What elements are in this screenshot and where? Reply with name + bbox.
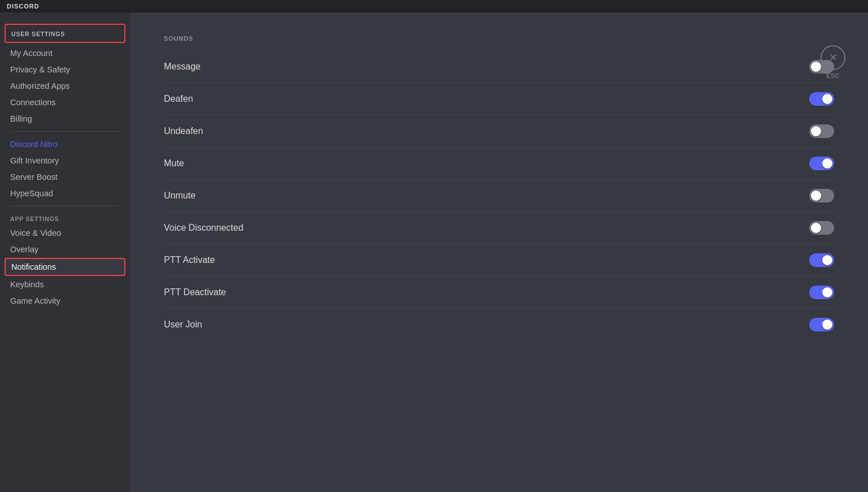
sidebar-divider-1 <box>10 131 120 132</box>
sound-label-ptt-deactivate: PTT Deactivate <box>164 287 226 297</box>
sidebar-item-authorized-apps[interactable]: Authorized Apps <box>5 78 125 94</box>
sound-label-mute: Mute <box>164 158 184 169</box>
sound-row-message: Message <box>164 51 834 83</box>
sound-row-undeafen: Undeafen <box>164 115 834 148</box>
sound-label-user-join: User Join <box>164 320 202 330</box>
sidebar-item-game-activity[interactable]: Game Activity <box>5 293 125 309</box>
sounds-section-header: SOUNDS <box>164 35 834 42</box>
sidebar-item-voice-video[interactable]: Voice & Video <box>5 225 125 241</box>
toggle-knob-message <box>811 62 821 72</box>
content-area: ✕ ESC SOUNDS MessageDeafenUndeafenMuteUn… <box>130 12 868 492</box>
sound-row-unmute: Unmute <box>164 180 834 212</box>
sound-row-voice-disconnected: Voice Disconnected <box>164 212 834 244</box>
sound-row-ptt-deactivate: PTT Deactivate <box>164 277 834 309</box>
toggle-ptt-activate[interactable] <box>809 253 834 267</box>
user-settings-section-header: USER SETTINGS <box>5 24 125 43</box>
toggle-knob-ptt-deactivate <box>822 287 832 297</box>
toggle-knob-undeafen <box>811 126 821 136</box>
sidebar-item-notifications[interactable]: Notifications <box>5 258 125 276</box>
toggle-voice-disconnected[interactable] <box>809 221 834 235</box>
sound-rows: MessageDeafenUndeafenMuteUnmuteVoice Dis… <box>164 51 834 340</box>
sidebar-item-privacy-safety[interactable]: Privacy & Safety <box>5 62 125 77</box>
sound-label-voice-disconnected: Voice Disconnected <box>164 223 244 233</box>
toggle-knob-ptt-activate <box>822 255 832 265</box>
sidebar: USER SETTINGS My Account Privacy & Safet… <box>0 12 130 492</box>
main-layout: USER SETTINGS My Account Privacy & Safet… <box>0 12 868 492</box>
sidebar-item-hypesquad[interactable]: HypeSquad <box>5 185 125 201</box>
discord-logo: DISCORD <box>7 3 40 10</box>
sidebar-divider-2 <box>10 206 120 206</box>
sidebar-item-discord-nitro[interactable]: Discord Nitro <box>5 136 125 152</box>
app-settings-section-header: APP SETTINGS <box>5 211 125 225</box>
toggle-undeafen[interactable] <box>809 124 834 138</box>
sound-label-undeafen: Undeafen <box>164 126 203 136</box>
toggle-knob-deafen <box>822 94 832 104</box>
toggle-message[interactable] <box>809 60 834 74</box>
sidebar-item-keybinds[interactable]: Keybinds <box>5 277 125 292</box>
titlebar: DISCORD <box>0 0 868 12</box>
toggle-deafen[interactable] <box>809 92 834 106</box>
sidebar-item-server-boost[interactable]: Server Boost <box>5 169 125 185</box>
toggle-knob-voice-disconnected <box>811 223 821 233</box>
sound-row-mute: Mute <box>164 148 834 180</box>
sound-row-ptt-activate: PTT Activate <box>164 244 834 277</box>
sound-row-deafen: Deafen <box>164 83 834 115</box>
sound-label-deafen: Deafen <box>164 94 193 104</box>
sound-row-user-join: User Join <box>164 309 834 340</box>
toggle-knob-mute <box>822 158 832 169</box>
sidebar-item-billing[interactable]: Billing <box>5 111 125 127</box>
sound-label-unmute: Unmute <box>164 191 196 201</box>
toggle-knob-unmute <box>811 191 821 201</box>
toggle-unmute[interactable] <box>809 189 834 202</box>
toggle-user-join[interactable] <box>809 318 834 331</box>
sidebar-item-gift-inventory[interactable]: Gift Inventory <box>5 153 125 169</box>
toggle-ptt-deactivate[interactable] <box>809 286 834 299</box>
toggle-knob-user-join <box>822 320 832 330</box>
sound-label-message: Message <box>164 62 201 72</box>
sidebar-item-overlay[interactable]: Overlay <box>5 241 125 257</box>
sound-label-ptt-activate: PTT Activate <box>164 255 215 265</box>
toggle-mute[interactable] <box>809 157 834 170</box>
sidebar-item-connections[interactable]: Connections <box>5 94 125 110</box>
sidebar-item-my-account[interactable]: My Account <box>5 45 125 61</box>
